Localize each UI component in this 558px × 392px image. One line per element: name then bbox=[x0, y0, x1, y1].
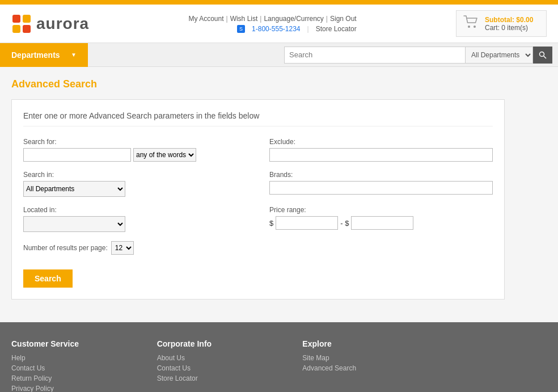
search-bar: All Departments bbox=[284, 47, 552, 64]
price-range-group: Price range: $ - $ bbox=[269, 206, 493, 232]
footer-col-explore: Explore Site Map Advanced Search bbox=[302, 339, 437, 392]
cart-section[interactable]: Subtotal: $0.00 Cart: 0 item(s) bbox=[456, 10, 547, 37]
exclude-input[interactable] bbox=[269, 148, 493, 162]
svg-rect-0 bbox=[12, 15, 20, 23]
cart-info: Subtotal: $0.00 Cart: 0 item(s) bbox=[485, 16, 533, 32]
main-content: Advanced Search Enter one or more Advanc… bbox=[0, 67, 558, 322]
brands-label: Brands: bbox=[269, 171, 493, 179]
footer-link-about-us[interactable]: About Us bbox=[157, 354, 291, 362]
footer-grid: Customer Service Help Contact Us Return … bbox=[11, 339, 437, 392]
located-in-label: Located in: bbox=[23, 206, 247, 214]
brands-group: Brands: bbox=[269, 171, 493, 197]
footer-link-store-locator[interactable]: Store Locator bbox=[157, 374, 291, 382]
language-currency-link[interactable]: Language/Currency bbox=[264, 15, 323, 23]
phone-link[interactable]: 1-800-555-1234 bbox=[252, 25, 300, 33]
logo-icon bbox=[11, 14, 32, 34]
search-input[interactable] bbox=[284, 47, 466, 64]
sign-out-link[interactable]: Sign Out bbox=[330, 15, 357, 23]
logo-area: aurora bbox=[11, 14, 89, 34]
department-select[interactable]: All Departments bbox=[466, 47, 533, 64]
search-for-group: Search for: any of the words all of the … bbox=[23, 138, 247, 162]
header-right: My Account | Wish List | Language/Curren… bbox=[188, 15, 356, 33]
footer-link-advanced-search[interactable]: Advanced Search bbox=[302, 364, 437, 372]
departments-button[interactable]: Departments ▼ bbox=[0, 43, 88, 67]
footer-col-customer-service: Customer Service Help Contact Us Return … bbox=[11, 339, 146, 392]
footer-heading-explore: Explore bbox=[302, 339, 437, 348]
chevron-down-icon: ▼ bbox=[71, 52, 77, 58]
price-separator: - $ bbox=[340, 219, 349, 227]
footer-link-site-map[interactable]: Site Map bbox=[302, 354, 437, 362]
footer-link-help[interactable]: Help bbox=[11, 354, 146, 362]
search-in-group: Search in: All Departments bbox=[23, 171, 247, 197]
footer-link-contact-us-2[interactable]: Contact Us bbox=[157, 364, 291, 372]
nav-bar: Departments ▼ All Departments bbox=[0, 43, 558, 67]
footer-col-corporate: Corporate Info About Us Contact Us Store… bbox=[157, 339, 291, 392]
footer-heading-customer-service: Customer Service bbox=[11, 339, 146, 348]
logo-text: aurora bbox=[36, 15, 89, 33]
svg-rect-3 bbox=[23, 25, 31, 33]
results-per-page-group: Number of results per page: 12 24 48 96 bbox=[23, 241, 493, 255]
located-in-group: Located in: bbox=[23, 206, 247, 232]
store-locator-link[interactable]: Store Locator bbox=[316, 25, 357, 33]
search-for-label: Search for: bbox=[23, 138, 247, 146]
svg-point-5 bbox=[474, 26, 476, 28]
search-for-inputs: any of the words all of the words exact … bbox=[23, 148, 247, 162]
wish-list-link[interactable]: Wish List bbox=[230, 15, 258, 23]
page-title: Advanced Search bbox=[11, 78, 547, 90]
results-per-page-label: Number of results per page: bbox=[23, 244, 108, 252]
svg-point-4 bbox=[468, 26, 470, 28]
results-per-page-select[interactable]: 12 24 48 96 bbox=[111, 241, 134, 255]
advanced-search-box: Enter one or more Advanced Search parame… bbox=[11, 99, 505, 300]
keyword-select[interactable]: any of the words all of the words exact … bbox=[133, 148, 196, 162]
cart-icon bbox=[463, 15, 479, 32]
my-account-link[interactable]: My Account bbox=[188, 15, 223, 23]
price-range-label: Price range: bbox=[269, 206, 493, 214]
header: aurora My Account | Wish List | Language… bbox=[0, 5, 558, 43]
search-for-input[interactable] bbox=[23, 148, 131, 162]
footer-link-contact-us-1[interactable]: Contact Us bbox=[11, 364, 146, 372]
svg-rect-1 bbox=[23, 15, 31, 23]
top-bar bbox=[0, 0, 558, 5]
exclude-group: Exclude: bbox=[269, 138, 493, 162]
search-icon bbox=[539, 51, 547, 59]
cart-subtotal: Subtotal: $0.00 bbox=[485, 16, 533, 24]
form-grid: Search for: any of the words all of the … bbox=[23, 138, 493, 232]
price-range-inputs: $ - $ bbox=[269, 216, 493, 230]
svg-line-7 bbox=[544, 56, 547, 58]
search-in-label: Search in: bbox=[23, 171, 247, 179]
search-icon-button[interactable] bbox=[533, 47, 552, 64]
price-min-input[interactable] bbox=[276, 216, 338, 230]
box-header: Enter one or more Advanced Search parame… bbox=[23, 111, 493, 127]
footer-link-return-policy[interactable]: Return Policy bbox=[11, 374, 146, 382]
phone-icon: S bbox=[237, 25, 245, 33]
svg-point-6 bbox=[540, 52, 544, 56]
search-button[interactable]: Search bbox=[23, 269, 73, 288]
price-dollar-min: $ bbox=[269, 219, 273, 227]
svg-rect-2 bbox=[12, 25, 20, 33]
cart-items: Cart: 0 item(s) bbox=[485, 24, 533, 32]
header-nav-links: My Account | Wish List | Language/Curren… bbox=[188, 15, 356, 23]
footer-link-privacy-policy[interactable]: Privacy Policy bbox=[11, 385, 146, 392]
exclude-label: Exclude: bbox=[269, 138, 493, 146]
located-in-select[interactable] bbox=[23, 216, 125, 232]
footer: Customer Service Help Contact Us Return … bbox=[0, 322, 558, 392]
price-max-input[interactable] bbox=[351, 216, 413, 230]
search-in-select[interactable]: All Departments bbox=[23, 181, 125, 197]
brands-input[interactable] bbox=[269, 181, 493, 195]
footer-heading-corporate: Corporate Info bbox=[157, 339, 291, 348]
header-contact: S 1-800-555-1234 | Store Locator bbox=[237, 25, 357, 33]
